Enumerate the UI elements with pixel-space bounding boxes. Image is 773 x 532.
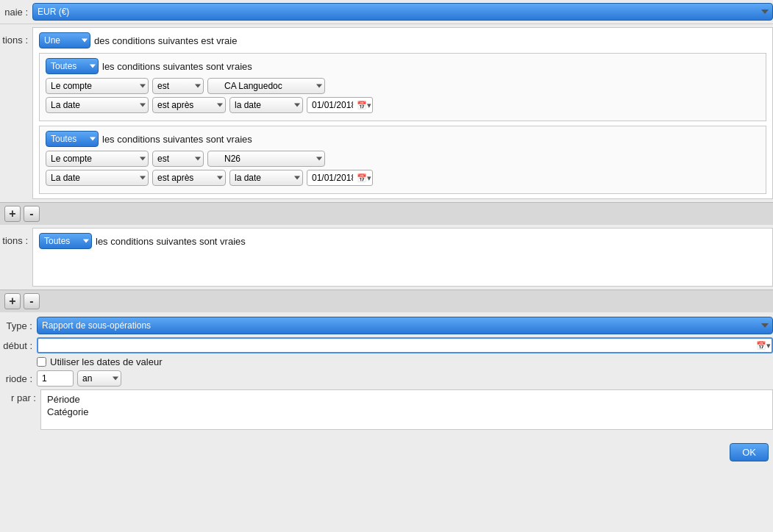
- condition-row-1-1: Le compte La date est 🏦 CA Languedoc: [46, 78, 760, 94]
- une-line: Une Toutes des conditions suivantes est …: [39, 32, 766, 48]
- toolbar-row-2: + -: [0, 290, 773, 312]
- operator-select-wrapper-2-1: est: [152, 151, 204, 167]
- une-suffix: des conditions suivantes est vraie: [94, 35, 237, 46]
- page-wrapper: naie : EUR (€) tions : Une Toutes des co…: [0, 0, 773, 532]
- date-operator-select-2-2[interactable]: est après est avant: [152, 170, 226, 186]
- date-operator-wrapper-1-2: est après est avant: [152, 97, 226, 113]
- currency-select-wrapper: EUR (€): [32, 3, 773, 21]
- debut-form-row: début : 📅▾: [0, 337, 773, 353]
- valeur-checkbox-row: Utiliser les dates de valeur: [37, 356, 773, 367]
- date-ref-select-1-2[interactable]: la date aujourd'hui: [229, 97, 303, 113]
- toutes-select-3[interactable]: Toutes Une: [39, 233, 92, 249]
- field-select-wrapper-1-1: Le compte La date: [46, 78, 149, 94]
- debut-label: début :: [0, 340, 37, 351]
- remove-condition-button-1[interactable]: -: [24, 206, 40, 222]
- groupby-form-row: r par : Période Catégorie: [0, 389, 773, 430]
- toutes-suffix-1: les conditions suivantes sont vraies: [102, 61, 252, 72]
- operator-select-wrapper-1-1: est: [152, 78, 204, 94]
- field-select-wrapper-1-2: La date Le compte: [46, 97, 149, 113]
- periode-label: riode :: [0, 373, 37, 384]
- conditions-block-1: tions : Une Toutes des conditions suivan…: [0, 24, 773, 202]
- groupby-label: r par :: [0, 389, 40, 403]
- field-select-2-1[interactable]: Le compte La date: [46, 151, 149, 167]
- account-select-2-1[interactable]: N26: [207, 151, 325, 167]
- remove-condition-button-2[interactable]: -: [24, 293, 40, 309]
- date-operator-wrapper-2-2: est après est avant: [152, 170, 226, 186]
- currency-label: naie :: [0, 7, 32, 18]
- calendar-icon-2-2[interactable]: 📅▾: [357, 173, 371, 183]
- field-select-1-1[interactable]: Le compte La date: [46, 78, 149, 94]
- une-select[interactable]: Une Toutes: [39, 32, 90, 48]
- valeur-checkbox[interactable]: [37, 357, 46, 367]
- conditions-inner-panel-1: Une Toutes des conditions suivantes est …: [32, 27, 773, 199]
- date-input-wrapper-1-2: 📅▾: [307, 97, 373, 113]
- currency-row: naie : EUR (€): [0, 0, 773, 24]
- field-select-wrapper-2-2: La date Le compte: [46, 170, 149, 186]
- date-input-wrapper-2-2: 📅▾: [307, 170, 373, 186]
- toutes-select-2[interactable]: Toutes Une: [46, 131, 99, 147]
- toolbar-row-1: + -: [0, 202, 773, 225]
- operator-select-1-1[interactable]: est: [152, 78, 204, 94]
- debut-input[interactable]: [37, 337, 773, 353]
- add-condition-button-1[interactable]: +: [4, 206, 21, 222]
- conditions-label-2: tions :: [0, 228, 32, 246]
- account-select-1-1[interactable]: CA Languedoc: [207, 78, 325, 94]
- operator-select-2-1[interactable]: est: [152, 151, 204, 167]
- group1-panel: Toutes Une les conditions suivantes sont…: [39, 53, 766, 121]
- date-ref-select-2-2[interactable]: la date aujourd'hui: [229, 170, 303, 186]
- add-condition-button-2[interactable]: +: [4, 293, 21, 309]
- groupby-list: Période Catégorie: [40, 389, 773, 430]
- currency-select[interactable]: EUR (€): [32, 3, 773, 21]
- groupby-item-categorie[interactable]: Catégorie: [47, 406, 766, 418]
- toutes-select-wrapper-3: Toutes Une: [39, 233, 92, 249]
- conditions-block-2: tions : Toutes Une les conditions suivan…: [0, 225, 773, 290]
- type-form-row: Type : Rapport de sous-opérations Rappor…: [0, 317, 773, 334]
- condition-row-1-2: La date Le compte est après est avant la…: [46, 97, 760, 113]
- debut-calendar-icon[interactable]: 📅▾: [756, 341, 771, 351]
- date-ref-wrapper-2-2: la date aujourd'hui: [229, 170, 303, 186]
- condition-row-2-1: Le compte La date est 🏠 N26: [46, 151, 760, 167]
- periode-form-row: riode : an mois semaine: [0, 370, 773, 387]
- toutes-select-1[interactable]: Toutes Une: [46, 58, 99, 74]
- account-select-wrapper-1-1: 🏦 CA Languedoc: [207, 78, 325, 94]
- une-select-wrapper: Une Toutes: [39, 32, 90, 48]
- date-operator-select-1-2[interactable]: est après est avant: [152, 97, 226, 113]
- toutes-select-wrapper-2: Toutes Une: [46, 131, 99, 147]
- type-select-wrapper: Rapport de sous-opérations Rapport simpl…: [37, 317, 773, 334]
- debut-input-outer: 📅▾: [37, 337, 773, 353]
- toutes-line-3: Toutes Une les conditions suivantes sont…: [39, 233, 766, 249]
- toutes-line-1: Toutes Une les conditions suivantes sont…: [46, 58, 760, 74]
- conditions-inner-panel-2: Toutes Une les conditions suivantes sont…: [32, 228, 773, 287]
- toutes-line-2: Toutes Une les conditions suivantes sont…: [46, 131, 760, 147]
- field-select-wrapper-2-1: Le compte La date: [46, 151, 149, 167]
- calendar-icon-1-2[interactable]: 📅▾: [357, 101, 371, 110]
- field-select-2-2[interactable]: La date Le compte: [46, 170, 149, 186]
- type-label: Type :: [0, 320, 37, 331]
- condition-row-2-2: La date Le compte est après est avant la…: [46, 170, 760, 186]
- conditions-label-1: tions :: [0, 27, 32, 46]
- unit-select[interactable]: an mois semaine: [77, 370, 121, 387]
- field-select-1-2[interactable]: La date Le compte: [46, 97, 149, 113]
- toutes-suffix-2: les conditions suivantes sont vraies: [102, 134, 252, 145]
- group2-panel: Toutes Une les conditions suivantes sont…: [39, 126, 766, 194]
- account-select-wrapper-2-1: 🏠 N26: [207, 151, 325, 167]
- valeur-checkbox-label[interactable]: Utiliser les dates de valeur: [50, 356, 162, 367]
- bottom-section: Type : Rapport de sous-opérations Rappor…: [0, 312, 773, 437]
- type-select[interactable]: Rapport de sous-opérations Rapport simpl…: [37, 317, 773, 334]
- unit-select-wrapper: an mois semaine: [77, 370, 121, 387]
- periode-input[interactable]: [37, 370, 74, 387]
- groupby-item-periode[interactable]: Période: [47, 393, 766, 406]
- btn-row: OK: [0, 437, 773, 466]
- toutes-select-wrapper-1: Toutes Une: [46, 58, 99, 74]
- ok-button[interactable]: OK: [730, 443, 769, 461]
- toutes-suffix-3: les conditions suivantes sont vraies: [96, 236, 246, 247]
- date-ref-wrapper-1-2: la date aujourd'hui: [229, 97, 303, 113]
